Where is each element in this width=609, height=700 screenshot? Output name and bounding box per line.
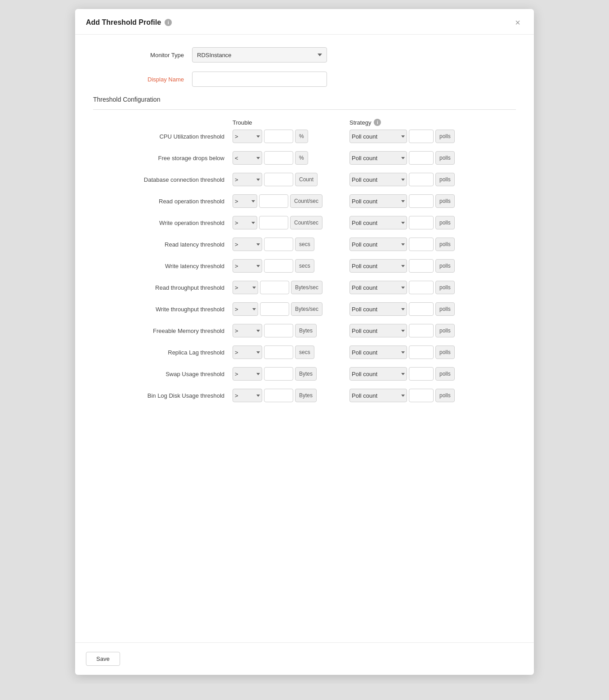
strategy-select-12[interactable]: Poll count Consecutive polls (349, 389, 407, 402)
value-input-10[interactable] (264, 346, 293, 359)
operator-select-3[interactable]: > < >= <= (233, 194, 257, 208)
strategy-group-0: Poll count Consecutive polls polls (349, 130, 455, 143)
operator-select-5[interactable]: > < >= <= (233, 238, 262, 251)
trouble-group-10: > < >= <= secs (233, 346, 322, 359)
value-input-5[interactable] (264, 238, 293, 251)
value-input-4[interactable] (259, 216, 288, 229)
trouble-group-7: > < >= <= Bytes/sec (233, 281, 322, 294)
polls-input-1[interactable] (409, 151, 434, 165)
threshold-label-12: Bin Log Disk Usage threshold (93, 392, 233, 399)
unit-badge-3: Count/sec (290, 194, 322, 208)
strategy-info-icon[interactable]: i (374, 119, 381, 126)
display-name-row: Display Name (93, 72, 516, 87)
display-name-input[interactable] (192, 72, 327, 87)
value-input-8[interactable] (260, 302, 289, 316)
operator-select-8[interactable]: > < >= <= (233, 302, 258, 316)
polls-badge-9: polls (435, 324, 455, 337)
threshold-row: Replica Lag threshold > < >= <= secs Pol… (93, 346, 516, 359)
section-divider (93, 109, 516, 110)
threshold-row: Read operation threshold > < >= <= Count… (93, 194, 516, 208)
unit-badge-6: secs (295, 259, 314, 273)
operator-select-1[interactable]: > < >= <= (233, 151, 262, 165)
strategy-select-0[interactable]: Poll count Consecutive polls (349, 130, 407, 143)
value-input-3[interactable] (259, 194, 288, 208)
operator-select-6[interactable]: > < >= <= (233, 259, 262, 273)
unit-badge-11: Bytes (295, 367, 317, 381)
polls-input-11[interactable] (409, 367, 434, 381)
strategy-select-7[interactable]: Poll count Consecutive polls (349, 281, 407, 294)
polls-badge-12: polls (435, 389, 455, 402)
strategy-select-9[interactable]: Poll count Consecutive polls (349, 324, 407, 337)
trouble-group-12: > < >= <= Bytes (233, 389, 322, 402)
operator-select-11[interactable]: > < >= <= (233, 367, 262, 381)
operator-select-10[interactable]: > < >= <= (233, 346, 262, 359)
strategy-group-7: Poll count Consecutive polls polls (349, 281, 455, 294)
polls-input-7[interactable] (409, 281, 434, 294)
polls-badge-7: polls (435, 281, 455, 294)
value-input-7[interactable] (260, 281, 289, 294)
polls-badge-0: polls (435, 130, 455, 143)
operator-select-12[interactable]: > < >= <= (233, 389, 262, 402)
strategy-group-3: Poll count Consecutive polls polls (349, 194, 455, 208)
strategy-select-2[interactable]: Poll count Consecutive polls (349, 173, 407, 186)
strategy-column-header: Strategy i (349, 119, 381, 126)
strategy-select-1[interactable]: Poll count Consecutive polls (349, 151, 407, 165)
add-threshold-profile-dialog: Add Threshold Profile i × Monitor Type R… (75, 9, 534, 675)
info-icon[interactable]: i (165, 19, 172, 26)
trouble-column-header: Trouble (233, 119, 322, 126)
value-input-9[interactable] (264, 324, 293, 337)
strategy-select-11[interactable]: Poll count Consecutive polls (349, 367, 407, 381)
polls-input-2[interactable] (409, 173, 434, 186)
value-input-2[interactable] (264, 173, 293, 186)
threshold-row: Write latency threshold > < >= <= secs P… (93, 259, 516, 273)
polls-badge-8: polls (435, 302, 455, 316)
trouble-group-8: > < >= <= Bytes/sec (233, 302, 322, 316)
unit-badge-9: Bytes (295, 324, 317, 337)
threshold-column-headers: Trouble Strategy i (93, 119, 516, 126)
polls-input-12[interactable] (409, 389, 434, 402)
strategy-select-6[interactable]: Poll count Consecutive polls (349, 259, 407, 273)
strategy-select-8[interactable]: Poll count Consecutive polls (349, 302, 407, 316)
polls-input-8[interactable] (409, 302, 434, 316)
dialog-title-area: Add Threshold Profile i (86, 18, 172, 27)
threshold-label-2: Database connection threshold (93, 176, 233, 183)
polls-input-3[interactable] (409, 194, 434, 208)
operator-select-0[interactable]: > < >= <= (233, 130, 262, 143)
value-input-11[interactable] (264, 367, 293, 381)
strategy-select-5[interactable]: Poll count Consecutive polls (349, 238, 407, 251)
operator-select-9[interactable]: > < >= <= (233, 324, 262, 337)
strategy-select-4[interactable]: Poll count Consecutive polls (349, 216, 407, 229)
polls-input-0[interactable] (409, 130, 434, 143)
dialog-body: Monitor Type RDSInstance Display Name Th… (75, 35, 534, 629)
value-input-0[interactable] (264, 130, 293, 143)
operator-select-7[interactable]: > < >= <= (233, 281, 258, 294)
unit-badge-1: % (295, 151, 308, 165)
trouble-group-9: > < >= <= Bytes (233, 324, 322, 337)
value-input-6[interactable] (264, 259, 293, 273)
monitor-type-control: RDSInstance (192, 47, 327, 63)
strategy-group-11: Poll count Consecutive polls polls (349, 367, 455, 381)
polls-input-4[interactable] (409, 216, 434, 229)
operator-select-2[interactable]: > < >= <= (233, 173, 262, 186)
trouble-group-5: > < >= <= secs (233, 238, 322, 251)
threshold-section: Threshold Configuration Trouble Strategy… (93, 96, 516, 402)
strategy-select-3[interactable]: Poll count Consecutive polls (349, 194, 407, 208)
polls-input-6[interactable] (409, 259, 434, 273)
polls-input-9[interactable] (409, 324, 434, 337)
polls-input-5[interactable] (409, 238, 434, 251)
strategy-select-10[interactable]: Poll count Consecutive polls (349, 346, 407, 359)
polls-input-10[interactable] (409, 346, 434, 359)
dialog-title: Add Threshold Profile (86, 18, 161, 27)
threshold-label-6: Write latency threshold (93, 263, 233, 269)
trouble-group-2: > < >= <= Count (233, 173, 322, 186)
threshold-row: Database connection threshold > < >= <= … (93, 173, 516, 186)
value-input-12[interactable] (264, 389, 293, 402)
threshold-section-title: Threshold Configuration (93, 96, 516, 103)
trouble-group-0: > < >= <= % (233, 130, 322, 143)
operator-select-4[interactable]: > < >= <= (233, 216, 257, 229)
trouble-group-4: > < >= <= Count/sec (233, 216, 322, 229)
value-input-1[interactable] (264, 151, 293, 165)
monitor-type-select[interactable]: RDSInstance (192, 47, 327, 63)
save-button[interactable]: Save (86, 652, 120, 666)
close-button[interactable]: × (512, 17, 523, 28)
